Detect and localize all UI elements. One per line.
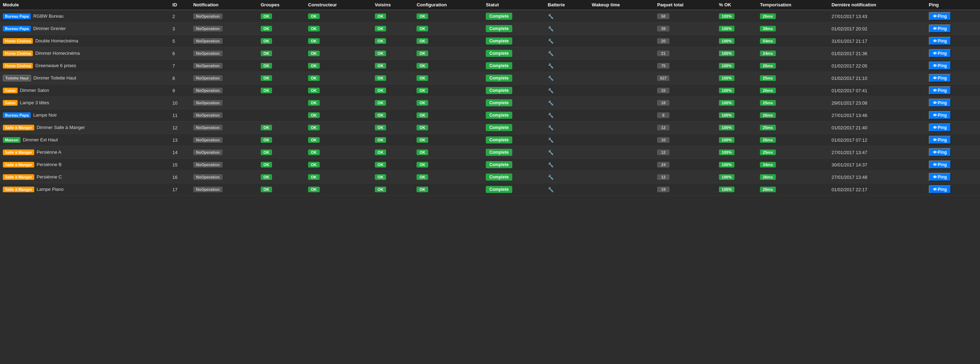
- configuration-ok-badge: OK: [417, 75, 428, 81]
- configuration-ok-badge: OK: [417, 88, 428, 93]
- col-percent-ok: % OK: [716, 0, 757, 10]
- voisins-ok-badge: OK: [375, 150, 387, 155]
- ping-cell[interactable]: 👁Ping: [926, 184, 980, 196]
- ping-button[interactable]: 👁Ping: [929, 136, 951, 144]
- notification-cell: NoOperation: [191, 121, 258, 134]
- paquet-total-cell: 50: [654, 10, 716, 22]
- ping-cell[interactable]: 👁Ping: [926, 10, 980, 22]
- ping-button[interactable]: 👁Ping: [929, 173, 951, 181]
- ping-cell[interactable]: 👁Ping: [926, 22, 980, 35]
- wrench-icon: 🔧: [548, 162, 554, 168]
- id-cell: 7: [170, 60, 191, 72]
- ping-button[interactable]: 👁Ping: [929, 12, 951, 21]
- ping-cell[interactable]: 👁Ping: [926, 109, 980, 121]
- voisins-ok-badge: OK: [375, 51, 387, 56]
- configuration-ok-badge: OK: [417, 100, 428, 106]
- groupes-cell: [258, 109, 305, 121]
- col-statut: Statut: [483, 0, 545, 10]
- wakeup-cell: [589, 22, 654, 35]
- ping-button[interactable]: 👁Ping: [929, 148, 951, 156]
- group-badge: Salle à Manger: [3, 150, 34, 155]
- temporisation-cell: 54ms: [757, 35, 829, 47]
- configuration-ok-badge: OK: [417, 26, 428, 32]
- configuration-cell: OK: [414, 184, 483, 196]
- groupes-ok-badge: OK: [261, 137, 272, 143]
- paquet-total-value: 15: [657, 88, 670, 93]
- groupes-cell: OK: [258, 72, 305, 85]
- configuration-cell: OK: [414, 72, 483, 85]
- module-name: Lampe Noir: [33, 112, 57, 118]
- configuration-ok-badge: OK: [417, 125, 428, 130]
- eye-icon: 👁: [933, 113, 937, 117]
- ping-cell[interactable]: 👁Ping: [926, 121, 980, 134]
- ping-button[interactable]: 👁Ping: [929, 37, 951, 45]
- ping-button[interactable]: 👁Ping: [929, 111, 951, 120]
- module-cell: Bureau Papa Lampe Noir: [0, 109, 170, 121]
- col-constructeur: Constructeur: [305, 0, 372, 10]
- id-cell: 3: [170, 22, 191, 35]
- constructeur-ok-badge: OK: [308, 26, 320, 32]
- notification-badge: NoOperation: [193, 38, 223, 44]
- ping-cell[interactable]: 👁Ping: [926, 85, 980, 97]
- ping-cell[interactable]: 👁Ping: [926, 35, 980, 47]
- ping-button[interactable]: 👁Ping: [929, 160, 951, 169]
- ping-cell[interactable]: 👁Ping: [926, 146, 980, 159]
- module-name: Lampe 3 têtes: [20, 100, 49, 105]
- statut-complete-badge: Complete: [486, 161, 512, 168]
- constructeur-ok-badge: OK: [308, 63, 320, 69]
- module-cell: Toilette Haut Dimmer Toilette Haut: [0, 72, 170, 85]
- temporisation-value: 28ms: [760, 187, 775, 192]
- voisins-ok-badge: OK: [375, 26, 387, 32]
- eye-icon: 👁: [933, 51, 937, 56]
- batterie-cell: 🔧: [545, 184, 589, 196]
- statut-cell: Complete: [483, 184, 545, 196]
- constructeur-cell: OK: [305, 146, 372, 159]
- ping-cell[interactable]: 👁Ping: [926, 60, 980, 72]
- ping-button[interactable]: 👁Ping: [929, 24, 951, 33]
- ping-button[interactable]: 👁Ping: [929, 74, 951, 82]
- statut-complete-badge: Complete: [486, 87, 512, 94]
- id-cell: 9: [170, 85, 191, 97]
- wakeup-cell: [589, 10, 654, 22]
- module-cell: Home Cinéma Double Homecinéma: [0, 35, 170, 47]
- paquet-total-cell: 39: [654, 22, 716, 35]
- ping-cell[interactable]: 👁Ping: [926, 171, 980, 184]
- ping-cell[interactable]: 👁Ping: [926, 47, 980, 60]
- voisins-ok-badge: OK: [375, 100, 387, 106]
- paquet-total-cell: 8: [654, 109, 716, 121]
- constructeur-ok-badge: OK: [308, 137, 320, 143]
- module-name: Persiènne C: [37, 174, 62, 180]
- ping-button[interactable]: 👁Ping: [929, 86, 951, 95]
- temporisation-value: 26ms: [760, 137, 775, 143]
- temporisation-value: 26ms: [760, 63, 775, 69]
- wrench-icon: 🔧: [548, 51, 554, 56]
- ping-button[interactable]: 👁Ping: [929, 123, 951, 132]
- constructeur-ok-badge: OK: [308, 88, 320, 93]
- paquet-total-cell: 75: [654, 60, 716, 72]
- table-header-row: Module ID Notification Groupes Construct…: [0, 0, 980, 10]
- temporisation-value: 25ms: [760, 100, 775, 106]
- ping-cell[interactable]: 👁Ping: [926, 134, 980, 146]
- id-cell: 15: [170, 159, 191, 171]
- ping-cell[interactable]: 👁Ping: [926, 159, 980, 171]
- paquet-total-cell: 20: [654, 35, 716, 47]
- percent-ok-cell: 100%: [716, 146, 757, 159]
- voisins-cell: OK: [372, 10, 414, 22]
- constructeur-cell: OK: [305, 47, 372, 60]
- temporisation-value: 25ms: [760, 150, 775, 155]
- ping-button[interactable]: 👁Ping: [929, 99, 951, 107]
- eye-icon: 👁: [933, 39, 937, 43]
- ping-cell[interactable]: 👁Ping: [926, 72, 980, 85]
- eye-icon: 👁: [933, 175, 937, 179]
- id-cell: 2: [170, 10, 191, 22]
- constructeur-ok-badge: OK: [308, 150, 320, 155]
- constructeur-ok-badge: OK: [308, 38, 320, 44]
- groupes-ok-badge: OK: [261, 63, 272, 69]
- ping-cell[interactable]: 👁Ping: [926, 97, 980, 109]
- ping-button[interactable]: 👁Ping: [929, 185, 951, 194]
- percent-ok-cell: 100%: [716, 35, 757, 47]
- voisins-cell: OK: [372, 35, 414, 47]
- ping-button[interactable]: 👁Ping: [929, 61, 951, 70]
- ping-button[interactable]: 👁Ping: [929, 49, 951, 57]
- constructeur-ok-badge: OK: [308, 51, 320, 56]
